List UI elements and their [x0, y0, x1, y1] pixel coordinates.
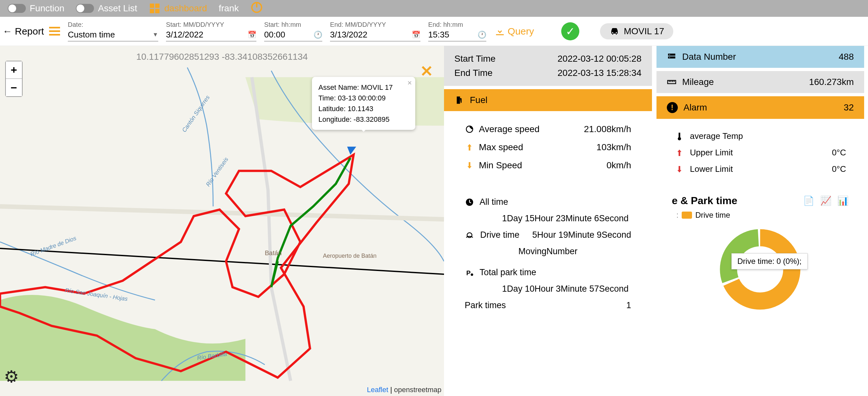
- map-coords: 10.11779602851293 -83.34108352661134: [136, 52, 308, 62]
- temp-card: average Temp Upper Limit0°C Lower Limit0…: [656, 122, 864, 183]
- chevron-down-icon: ▼: [152, 31, 158, 38]
- svg-point-8: [616, 32, 617, 33]
- svg-point-18: [669, 57, 670, 58]
- start-time-field[interactable]: Start: hh:mm 00:00🕐: [264, 21, 322, 41]
- query-button[interactable]: Query: [494, 26, 534, 37]
- mileage-card[interactable]: Mileage 160.273km: [656, 71, 864, 93]
- chart-tooltip: Drive time: 0 (0%);: [732, 253, 808, 269]
- svg-point-7: [612, 32, 613, 33]
- date-value: Custom time: [68, 30, 150, 40]
- end-time-field[interactable]: End: hh:mm 15:35🕐: [428, 21, 486, 41]
- donut-chart: [702, 224, 818, 314]
- map-attribution: Leaflet | openstreetmap: [367, 386, 441, 394]
- dashboard-label: dashboard: [164, 3, 207, 13]
- svg-rect-0: [150, 4, 154, 8]
- fuel-card[interactable]: Fuel: [444, 89, 652, 111]
- map-place-airport: Aeropuerto de Batán: [323, 252, 376, 260]
- svg-rect-24: [678, 132, 680, 137]
- report-label: Report: [15, 26, 44, 37]
- svg-rect-15: [668, 54, 675, 56]
- dashboard-icon: [149, 3, 160, 14]
- svg-line-9: [0, 248, 444, 274]
- function-switch[interactable]: [8, 4, 26, 13]
- speed-card: Average speed21.008km/h Max speed103km/h…: [444, 114, 652, 180]
- power-icon[interactable]: [250, 1, 263, 16]
- asset-pill-label: MOVIL 17: [624, 26, 664, 36]
- tooltip-close-icon[interactable]: ✕: [407, 79, 412, 88]
- close-icon[interactable]: ✕: [420, 62, 433, 80]
- svg-text:P: P: [466, 269, 470, 276]
- svg-rect-2: [150, 9, 154, 13]
- fuel-icon: [454, 95, 464, 105]
- end-date-field[interactable]: End: MM/DD/YYYY 3/13/2022📅: [330, 21, 421, 41]
- arrow-up-icon: [465, 143, 474, 152]
- calendar-icon: 📅: [248, 31, 256, 39]
- filter-bar: ← Report Date: Custom time▼ Start: MM/DD…: [0, 17, 868, 46]
- svg-rect-6: [496, 34, 504, 35]
- top-toolbar: Function Asset List dashboard frank: [0, 0, 868, 17]
- bar-view-icon[interactable]: 📊: [837, 195, 848, 206]
- legend-swatch: [682, 212, 692, 219]
- check-icon[interactable]: ✓: [561, 22, 579, 40]
- map[interactable]: 10.11779602851293 -83.34108352661134 + −…: [0, 46, 444, 396]
- zoom-in-button[interactable]: +: [6, 61, 22, 79]
- svg-rect-1: [155, 4, 159, 8]
- clock-icon: [465, 197, 474, 207]
- report-back[interactable]: ← Report: [3, 26, 60, 37]
- alert-icon: !: [667, 102, 678, 113]
- arrow-up-red-icon: [675, 148, 684, 158]
- server-icon: [667, 52, 677, 62]
- asset-list-switch[interactable]: [76, 4, 94, 13]
- car-icon: [609, 26, 620, 37]
- svg-point-25: [678, 137, 681, 140]
- list-view-icon[interactable]: 📄: [803, 195, 814, 206]
- svg-point-14: [471, 273, 473, 276]
- gear-icon[interactable]: ⚙: [4, 367, 19, 386]
- username-label: frank: [219, 3, 239, 13]
- clock-icon: 🕐: [314, 31, 322, 39]
- drive-icon: [465, 230, 474, 240]
- zoom-control: + −: [5, 61, 23, 97]
- asset-list-label: Asset List: [98, 3, 137, 13]
- start-date-field[interactable]: Start: MM/DD/YYYY 3/12/2022📅: [166, 21, 256, 41]
- arrow-down-red-icon: [675, 164, 684, 174]
- date-field[interactable]: Date: Custom time▼: [68, 21, 158, 41]
- chart-legend: :Drive time: [667, 209, 854, 221]
- dashboard-link[interactable]: dashboard: [149, 3, 207, 14]
- map-place-batan: Batán: [265, 249, 282, 257]
- svg-point-17: [669, 54, 670, 55]
- drive-park-chart: e & Park time 📄 📈 📊 :Drive time: [656, 186, 864, 396]
- time-range-card: Start Time2022-03-12 00:05:28 End Time20…: [444, 46, 652, 86]
- back-arrow-icon: ←: [3, 26, 12, 37]
- zoom-out-button[interactable]: −: [6, 79, 22, 96]
- map-tooltip: ✕ Asset Name: MOVIL 17 Time: 03-13 00:00…: [312, 77, 415, 130]
- data-number-card[interactable]: Data Number 488: [656, 46, 864, 68]
- line-view-icon[interactable]: 📈: [820, 195, 832, 206]
- thermometer-icon: [675, 131, 684, 141]
- calendar-icon: 📅: [412, 31, 421, 39]
- svg-rect-16: [668, 57, 675, 58]
- hamburger-icon[interactable]: [49, 27, 60, 35]
- svg-rect-3: [155, 9, 159, 13]
- leaflet-link[interactable]: Leaflet: [367, 386, 388, 394]
- function-toggle[interactable]: Function: [8, 3, 64, 13]
- summary-col-left: Start Time2022-03-12 00:05:28 End Time20…: [444, 46, 652, 396]
- gauge-icon: [465, 124, 474, 134]
- clock-icon: 🕐: [477, 31, 486, 39]
- summary-col-right: Data Number 488 Mileage 160.273km !Alarm…: [656, 46, 864, 396]
- times-card: All time 1Day 15Hour 23Minute 6Second Dr…: [444, 183, 652, 319]
- function-label: Function: [30, 3, 64, 13]
- arrow-down-icon: [465, 160, 474, 170]
- date-field-label: Date:: [68, 21, 158, 28]
- asset-pill[interactable]: MOVIL 17: [600, 23, 673, 39]
- alarm-card[interactable]: !Alarm 32: [656, 96, 864, 119]
- asset-list-toggle[interactable]: Asset List: [76, 3, 137, 13]
- ruler-icon: [667, 77, 677, 87]
- park-icon: P: [465, 268, 474, 277]
